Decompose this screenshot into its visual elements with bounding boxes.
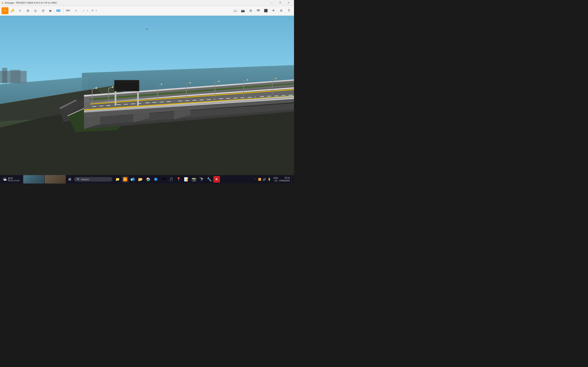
minimize-button[interactable]: ─ — [268, 0, 276, 6]
navigate2-tool-button[interactable]: ↗ — [89, 7, 96, 14]
layers-icon: ⊞ — [249, 9, 252, 12]
taskbar-app-enscape[interactable]: E — [121, 176, 129, 183]
date-display: 07/05/2024 — [279, 179, 290, 182]
map-icon: 🗺 — [257, 9, 260, 12]
taskbar-app-tools[interactable]: 🔧 — [206, 176, 213, 183]
views-icon: ⊞ — [26, 9, 29, 12]
taskbar-app-spotify[interactable]: 🎵 — [167, 176, 175, 183]
window-title: Enscape - PROJECT AREA 5 M-A-G-T-R-S-J-R… — [5, 1, 57, 4]
views-tool-button[interactable]: ⊞ — [24, 7, 31, 14]
navigate2-dropdown-arrow[interactable]: ▼ — [95, 10, 97, 11]
settings-icon: ⚙ — [280, 9, 283, 12]
taskbar-app-chrome[interactable] — [145, 176, 152, 183]
taskbar: 🌥 27°C Mostly cloudy ⊞ 🔍 Search 📁 E 📬 📂 — [0, 175, 294, 184]
assets-icon: ◎ — [34, 9, 37, 12]
system-icons: 📶 🔊 🔋 — [257, 178, 272, 181]
network-icon[interactable]: 📶 — [258, 178, 261, 181]
window-controls: ─ ❐ ✕ — [268, 0, 293, 6]
menu-tool-button[interactable]: ≡ — [17, 7, 24, 14]
thumbnail-2[interactable] — [45, 175, 66, 184]
thumbnail-1-preview — [23, 175, 44, 183]
taskbar-search[interactable]: 🔍 Search — [74, 177, 112, 182]
language-indicator[interactable]: ENG US — [274, 177, 278, 182]
thumbnail-2-preview — [45, 175, 65, 183]
collapse-toolbar-button[interactable]: ▲ — [146, 27, 148, 30]
close-button[interactable]: ✕ — [285, 0, 293, 6]
svg-rect-57 — [10, 70, 20, 83]
weather-condition: Mostly cloudy — [8, 179, 20, 182]
bim-badge: BIM — [56, 9, 61, 12]
taskbar-clock[interactable]: 22:10 07/05/2024 — [279, 176, 290, 182]
taskbar-app-fileexplorer[interactable]: 📁 — [114, 176, 121, 183]
taskbar-app-maps[interactable]: 🗺 — [160, 176, 167, 183]
taskbar-app-camera[interactable]: 📸 — [190, 176, 198, 183]
visibility-icon: 👁 — [272, 9, 275, 12]
search-placeholder: Search — [81, 178, 89, 181]
temperature: 27°C — [8, 177, 20, 179]
taskbar-app-word[interactable]: 📝 — [183, 176, 190, 183]
taskbar-app-mail[interactable]: 📬 — [129, 176, 137, 183]
slideshow-icon: ▶ — [50, 9, 52, 12]
taskbar-app-edge[interactable]: 🔷 — [152, 176, 159, 183]
road-scene — [0, 16, 294, 175]
camera-icon: 📷 — [241, 9, 245, 12]
layers-tool-button[interactable]: ⊞ — [247, 7, 254, 14]
svg-rect-56 — [2, 68, 7, 83]
book-icon: 📖 — [233, 9, 237, 12]
weather-widget[interactable]: 🌥 27°C Mostly cloudy — [1, 177, 21, 182]
help-tool-button[interactable]: ? — [285, 7, 293, 14]
taskbar-app-pin[interactable]: 📍 — [175, 176, 182, 183]
360-icon: 360° — [66, 9, 70, 12]
battery-icon[interactable]: 🔋 — [268, 178, 271, 181]
navigate1-tool-button[interactable]: → — [80, 7, 87, 14]
taskbar-app-r[interactable]: R — [213, 176, 220, 183]
assets-tool-button[interactable]: ◎ — [32, 7, 39, 14]
media-tool-button[interactable]: ⊟ — [39, 7, 47, 14]
taskbar-right: ^ 📶 🔊 🔋 ENG US 22:10 07/05/2024 — [254, 175, 293, 184]
toolbar-right: 📖 📷 ⊞ 🗺 ⬛ 👁 ⚙ ? — [232, 7, 293, 14]
language-code: ENG — [274, 177, 278, 179]
keyframe-icon: 🔑 — [10, 9, 14, 12]
map-tool-button[interactable]: 🗺 — [255, 7, 262, 14]
volume-icon[interactable]: 🔊 — [263, 178, 266, 181]
home-button[interactable]: ⌂ — [1, 7, 9, 14]
taskbar-app-folder[interactable]: 📂 — [137, 176, 144, 183]
menu-icon: ≡ — [19, 9, 21, 12]
svg-point-50 — [247, 79, 248, 81]
svg-point-44 — [190, 82, 191, 83]
slideshow-tool-button[interactable]: ▶ — [47, 7, 54, 14]
navigate1-icon: → — [82, 9, 85, 12]
search-icon: 🔍 — [77, 178, 80, 181]
notification-expand-button[interactable]: ^ — [254, 178, 255, 181]
taskbar-app-scope[interactable]: 🔭 — [198, 176, 205, 183]
weather-icon: 🌥 — [3, 177, 7, 182]
navigate2-icon: ↗ — [91, 9, 93, 12]
render-tool-button[interactable]: ⬛ — [262, 7, 269, 14]
bim-tool-button[interactable]: BIM — [55, 7, 62, 14]
render-icon: ⬛ — [264, 9, 268, 12]
thumbnail-1[interactable] — [23, 175, 44, 184]
360-tool-button[interactable]: 360° — [64, 7, 72, 14]
svg-text:E: E — [124, 178, 126, 181]
time-display: 22:10 — [279, 176, 290, 179]
show-desktop-button[interactable] — [291, 175, 293, 184]
navigate1-dropdown-arrow[interactable]: ▼ — [87, 10, 88, 11]
camera-tool-button[interactable]: 📷 — [239, 7, 247, 14]
restore-button[interactable]: ❐ — [276, 0, 284, 6]
svg-point-53 — [276, 78, 277, 79]
viewport — [0, 16, 294, 175]
taskbar-apps: 📁 E 📬 📂 🔷 🗺 🎵 📍 📝 📸 🔭 🔧 R — [114, 176, 220, 183]
start-button[interactable]: ⊞ — [66, 176, 73, 183]
weather-info: 27°C Mostly cloudy — [8, 177, 20, 182]
thumbnail-previews — [23, 175, 66, 184]
help-icon: ? — [288, 9, 290, 12]
region-code: US — [274, 179, 278, 182]
media-icon: ⊟ — [42, 9, 44, 12]
book-tool-button[interactable]: 📖 — [232, 7, 239, 14]
svg-point-38 — [112, 86, 113, 88]
settings-tool-button[interactable]: ⚙ — [277, 7, 285, 14]
visibility-tool-button[interactable]: 👁 — [270, 7, 277, 14]
measure-tool-button[interactable]: ⌖ — [72, 7, 79, 14]
title-bar: ⊞ Enscape - PROJECT AREA 5 M-A-G-T-R-S-J… — [0, 0, 294, 6]
keyframe-tool-button[interactable]: 🔑 — [9, 7, 16, 14]
